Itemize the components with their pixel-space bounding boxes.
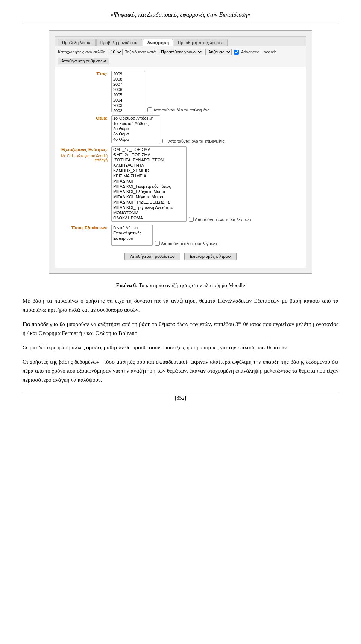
ctrl-hint: Με Ctrl + κλικ για πολλαπλή επιλογή (55, 153, 108, 162)
exam-type-checkbox-text: Απαιτούνται όλα τα επιλεγμένα (161, 241, 217, 246)
theme-control: 1ο-Ορισμός-Απόδειξη 1ο-Σωστού Λάθους 2ο … (111, 115, 225, 143)
exam-type-control: Γενικό Λύκειο Επαναληπτικές Εσπερινού Απ… (111, 225, 217, 246)
theme-row: Θέμα: 1ο-Ορισμός-Απόδειξη 1ο-Σωστού Λάθο… (59, 115, 302, 143)
header-title: «Ψηφιακές και Διαδικτυακές εφαρμογές στη… (111, 11, 250, 18)
order-select[interactable]: Αύξουσα (205, 49, 232, 55)
exam-type-row: Τύπος Εξετάσεων: Γενικό Λύκειο Επαναληπτ… (59, 225, 302, 246)
reset-button[interactable]: Επαναρισμός φίλτρων (184, 253, 237, 260)
save-settings-button[interactable]: Αποθήκευση ρυθμίσεων (58, 58, 109, 64)
examined-checkbox[interactable] (189, 217, 194, 222)
year-checkbox[interactable] (147, 107, 152, 112)
year-control: 2009 2008 2007 2006 2005 2004 2003 2002 … (111, 71, 210, 112)
year-label: Έτος: (59, 71, 111, 76)
exam-type-checkbox-label: Απαιτούνται όλα τα επιλεγμένα (155, 241, 217, 246)
moodle-ui: Προβολή λίστας Προβολή μοναδιαίας Αναζήτ… (55, 36, 306, 268)
year-checkbox-text: Απαιτούνται όλα τα επιλεγμένα (153, 108, 210, 112)
bottom-buttons: Αποθήκευση ρυθμίσεων Επαναρισμός φίλτρων (59, 249, 302, 264)
examined-checkbox-text: Απαιτούνται όλα τα επιλεγμένα (195, 217, 251, 222)
theme-checkbox[interactable] (162, 139, 167, 143)
theme-checkbox-text: Απαιτούνται όλα τα επιλεγμένα (168, 139, 225, 143)
filter-bar: Καταχωρήσεις ανά σελίδα 10 Ταξινόμηση κα… (55, 46, 306, 67)
advanced-checkbox[interactable] (234, 50, 239, 55)
page-number: [352] (175, 395, 186, 401)
year-row: Έτος: 2009 2008 2007 2006 2005 2004 2003… (59, 71, 302, 112)
tab-single[interactable]: Προβολή μοναδιαίας (96, 39, 143, 46)
sort-select[interactable]: Προστέθηκε χρόνος (158, 49, 203, 55)
per-page-label: Καταχωρήσεις ανά σελίδα (58, 50, 105, 54)
theme-label: Θέμα: (59, 115, 111, 120)
tab-list[interactable]: Προβολή λίστας (58, 39, 96, 46)
tab-search[interactable]: Αναζήτηση (143, 39, 173, 46)
search-label: search (264, 50, 276, 54)
exam-type-listbox[interactable]: Γενικό Λύκειο Επαναληπτικές Εσπερινού (111, 225, 153, 246)
examined-checkbox-label: Απαιτούνται όλα τα επιλεγμένα (189, 217, 251, 222)
nav-tabs: Προβολή λίστας Προβολή μοναδιαίας Αναζήτ… (55, 37, 306, 46)
examined-control: ΘΜΤ_1ο_ΠΟΡΙΣΜΑ ΘΜΤ_2ο_ΠΟΡΙΣΜΑ ΙΣΟΤΗΤΑ_ΣΥ… (111, 146, 251, 222)
tab-add[interactable]: Προσθήκη καταχώρησης (174, 39, 228, 46)
caption-prefix: Εικόνα 6: (116, 283, 138, 288)
paragraph-2: Για παράδειγμα θα μπορούσε να ανζητήσει … (23, 320, 338, 338)
page-footer: [352] (23, 392, 338, 401)
caption: Εικόνα 6: Τα κριτήρια αναζήτησης στην πλ… (23, 283, 338, 289)
year-listbox[interactable]: 2009 2008 2007 2006 2005 2004 2003 2002 … (111, 71, 145, 112)
theme-listbox[interactable]: 1ο-Ορισμός-Απόδειξη 1ο-Σωστού Λάθους 2ο … (111, 115, 160, 143)
examined-listbox[interactable]: ΘΜΤ_1ο_ΠΟΡΙΣΜΑ ΘΜΤ_2ο_ΠΟΡΙΣΜΑ ΙΣΟΤΗΤΑ_ΣΥ… (111, 146, 187, 222)
paragraph-3: Σε μια δεύτερη φάση άλλες ομάδες μαθητών… (23, 343, 338, 352)
paragraph-1: Με βάση τα παραπάνω ο χρήστης θα είχε τη… (23, 296, 338, 314)
caption-text: Τα κριτήρια αναζήτησης στην πλατφόρμα Mo… (138, 283, 245, 288)
per-page-select[interactable]: 10 (108, 49, 123, 55)
year-checkbox-label: Απαιτούνται όλα τα επιλεγμένα (147, 107, 210, 112)
examined-row: Εξεταζόμενες Ενότητες: Με Ctrl + κλικ γι… (59, 146, 302, 222)
paragraph-4: Οι χρήστες της βάσης δεδομένων –τόσο μαθ… (23, 357, 338, 384)
main-content: Έτος: 2009 2008 2007 2006 2005 2004 2003… (55, 67, 306, 268)
save-button[interactable]: Αποθήκευση ρυθμίσεων (124, 253, 180, 260)
page-header: «Ψηφιακές και Διαδικτυακές εφαρμογές στη… (23, 8, 338, 23)
exam-type-checkbox[interactable] (155, 241, 160, 246)
advanced-label: Advanced (241, 50, 259, 54)
sort-label: Ταξινόμηση κατά (125, 50, 156, 54)
screenshot-container: Προβολή λίστας Προβολή μοναδιαίας Αναζήτ… (49, 30, 312, 274)
examined-label: Εξεταζόμενες Ενότητες: (55, 146, 108, 152)
exam-type-label: Τύπος Εξετάσεων: (59, 225, 111, 230)
theme-checkbox-label: Απαιτούνται όλα τα επιλεγμένα (162, 139, 225, 143)
